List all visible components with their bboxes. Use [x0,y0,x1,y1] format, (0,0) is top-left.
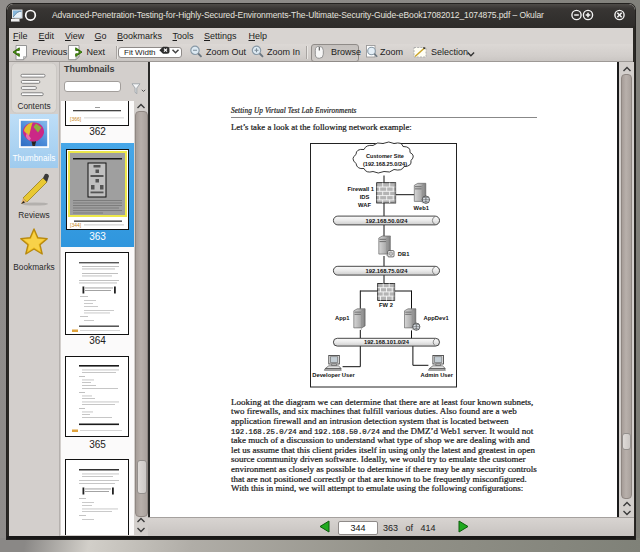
svg-text:[344]: [344] [70,222,82,228]
svg-text:Firewall 1: Firewall 1 [348,186,375,192]
svg-text:App1: App1 [335,315,350,321]
svg-text:192.168.101.0/24: 192.168.101.0/24 [364,339,410,345]
svg-text:(192.168.25.0/24): (192.168.25.0/24) [363,161,407,167]
svg-text:192.168.75.0/24: 192.168.75.0/24 [366,268,409,274]
svg-text:IDS: IDS [360,194,370,200]
svg-text:Customer Site: Customer Site [366,153,404,159]
svg-text:[366]: [366] [70,116,82,122]
svg-text:Web1: Web1 [414,205,430,211]
svg-text:AppDev1: AppDev1 [424,315,450,321]
svg-text:Admin User: Admin User [421,372,454,378]
svg-text:DB1: DB1 [398,251,410,257]
svg-text:Developer User: Developer User [312,372,355,378]
svg-text:WAF: WAF [358,202,371,208]
svg-text:FW 2: FW 2 [379,302,393,308]
svg-text:192.168.50.0/24: 192.168.50.0/24 [366,218,409,224]
